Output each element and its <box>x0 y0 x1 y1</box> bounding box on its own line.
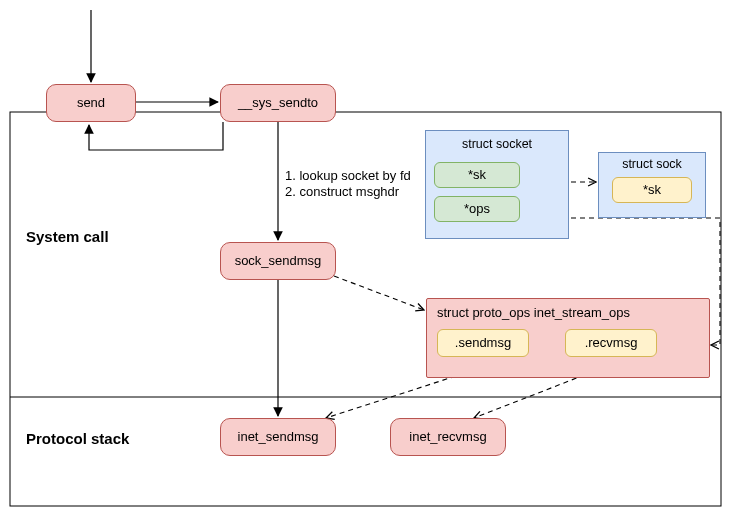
svg-line-6 <box>334 276 424 310</box>
struct-socket-sk-label: *sk <box>468 167 486 183</box>
node-inet-recvmsg: inet_recvmsg <box>390 418 506 456</box>
struct-socket-box: struct socket *sk *ops <box>425 130 569 239</box>
struct-sock-title: struct sock <box>622 157 682 172</box>
node-inet-recvmsg-label: inet_recvmsg <box>409 429 486 445</box>
annotation-lookup-line1: 1. lookup socket by fd <box>285 168 411 183</box>
struct-socket-sk: *sk <box>434 162 520 188</box>
struct-socket-title: struct socket <box>462 137 532 152</box>
node-sock-sendmsg: sock_sendmsg <box>220 242 336 280</box>
proto-ops-sendmsg-label: .sendmsg <box>455 335 511 351</box>
annotation-lookup-line2: 2. construct msghdr <box>285 184 399 199</box>
section-label-protocol-stack: Protocol stack <box>26 430 129 447</box>
struct-sock-sk-label: *sk <box>643 182 661 198</box>
node-send-label: send <box>77 95 105 111</box>
node-inet-sendmsg-label: inet_sendmsg <box>238 429 319 445</box>
node-inet-sendmsg: inet_sendmsg <box>220 418 336 456</box>
struct-sock-sk: *sk <box>612 177 692 203</box>
proto-ops-title: struct proto_ops inet_stream_ops <box>437 305 630 321</box>
struct-sock-box: struct sock *sk <box>598 152 706 218</box>
struct-socket-ops: *ops <box>434 196 520 222</box>
node-send: send <box>46 84 136 122</box>
diagram-canvas: System call Protocol stack send __sys_se… <box>0 0 731 521</box>
proto-ops-recvmsg: .recvmsg <box>565 329 657 357</box>
proto-ops-sendmsg: .sendmsg <box>437 329 529 357</box>
proto-ops-box: struct proto_ops inet_stream_ops .sendms… <box>426 298 710 378</box>
struct-socket-ops-label: *ops <box>464 201 490 217</box>
node-sys-sendto-label: __sys_sendto <box>238 95 318 111</box>
proto-ops-recvmsg-label: .recvmsg <box>585 335 638 351</box>
section-label-system-call: System call <box>26 228 109 245</box>
node-sys-sendto: __sys_sendto <box>220 84 336 122</box>
node-sock-sendmsg-label: sock_sendmsg <box>235 253 322 269</box>
